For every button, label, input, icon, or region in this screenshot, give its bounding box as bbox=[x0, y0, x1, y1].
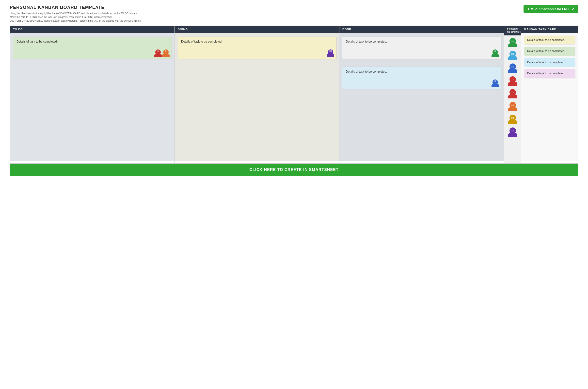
todo-label: TO DO bbox=[13, 28, 23, 31]
person-1-label: XX bbox=[511, 40, 514, 42]
person-6-label: XX bbox=[511, 104, 514, 106]
done-card-2[interactable]: Details of task to be completed. XX bbox=[342, 67, 501, 89]
kcard-4-text: Details of task to be completed. bbox=[527, 72, 565, 75]
doing-body: Details of task to be completed. XX bbox=[175, 33, 339, 161]
kcard-1-text: Details of task to be completed. bbox=[527, 38, 565, 41]
person-8-head: XX bbox=[510, 128, 516, 134]
kcard-1[interactable]: Details of task to be completed. bbox=[524, 36, 575, 44]
person-responsible-header: PERSON RESPONSIBLE bbox=[504, 26, 521, 35]
done-card-2-avatars: XX bbox=[491, 79, 499, 87]
kanban-col-body: Details of task to be completed. Details… bbox=[521, 33, 578, 161]
avatar-label-green-done: XX bbox=[492, 50, 498, 52]
person-6-head: XX bbox=[510, 102, 516, 108]
done-label: DONE bbox=[342, 28, 351, 31]
doing-label: DOING bbox=[178, 28, 188, 31]
person-8-label: XX bbox=[511, 130, 514, 132]
subtitle-line2: Move the card to DOING once the task is … bbox=[10, 15, 141, 19]
smartsheet-brand: smartsheet bbox=[539, 7, 556, 11]
done-card-2-text: Details of task to be completed. bbox=[346, 70, 387, 73]
person-4-label: XX bbox=[511, 79, 514, 80]
smartsheet-try-button[interactable]: TRY ✓ smartsheet for FREE ↗ bbox=[523, 5, 578, 13]
todo-body: Details of task to be completed. XX XX bbox=[10, 33, 174, 161]
person-responsible-body: XX XX XX bbox=[504, 35, 521, 163]
avatar-head-green-done: XX bbox=[492, 49, 498, 55]
doing-header: DOING bbox=[175, 26, 339, 33]
kanban-task-card-label: KANBAN TASK CARD bbox=[524, 28, 556, 31]
person-5-head: XX bbox=[510, 89, 516, 96]
todo-card-1-avatars: XX XX bbox=[154, 49, 170, 57]
person-2-label: XX bbox=[511, 53, 514, 55]
person-5-label: XX bbox=[511, 92, 514, 93]
todo-card-1-text: Details of task to be completed. bbox=[16, 40, 58, 43]
person-6: XX bbox=[508, 102, 517, 111]
person-3-label: XX bbox=[511, 66, 514, 68]
person-2: XX bbox=[508, 51, 517, 60]
page-header: PERSONAL KANBAN BOARD TEMPLATE Using the… bbox=[10, 5, 578, 23]
columns-row: TO DO Details of task to be completed. X… bbox=[10, 26, 578, 163]
board-wrapper: TO DO Details of task to be completed. X… bbox=[10, 26, 578, 164]
person-4-head: XX bbox=[510, 76, 516, 83]
subtitle-line1: Using the blank tools to the right, fill… bbox=[10, 12, 141, 15]
done-header: DONE bbox=[339, 26, 504, 33]
done-card-1[interactable]: Details of task to be completed. XX bbox=[342, 37, 501, 59]
avatar-green-done: XX bbox=[491, 49, 499, 57]
todo-card-1[interactable]: Details of task to be completed. XX XX bbox=[13, 37, 171, 59]
kcard-3[interactable]: Details of task to be completed. bbox=[524, 58, 575, 67]
kanban-task-card-header: KANBAN TASK CARD bbox=[521, 26, 578, 33]
avatar-blue-done: XX bbox=[491, 79, 499, 87]
page-title: PERSONAL KANBAN BOARD TEMPLATE bbox=[10, 5, 141, 10]
person-8: XX bbox=[508, 128, 517, 137]
person-5: XX bbox=[508, 89, 517, 98]
person-3-head: XX bbox=[510, 64, 516, 70]
person-7-head: XX bbox=[510, 115, 516, 121]
person-7-label: XX bbox=[511, 117, 514, 119]
person-1-head: XX bbox=[510, 38, 516, 44]
avatar-red: XX bbox=[154, 49, 162, 57]
kanban-task-card-column: KANBAN TASK CARD Details of task to be c… bbox=[521, 26, 578, 163]
done-body: Details of task to be completed. XX Deta… bbox=[339, 33, 504, 161]
kcard-4[interactable]: Details of task to be completed. bbox=[524, 69, 575, 78]
avatar-label-blue-done: XX bbox=[492, 80, 498, 82]
cta-label: CLICK HERE TO CREATE IN SMARTSHEET bbox=[249, 167, 338, 172]
cta-container: CLICK HERE TO CREATE IN SMARTSHEET bbox=[10, 164, 578, 176]
todo-header: TO DO bbox=[10, 26, 174, 33]
avatar-head-red: XX bbox=[155, 49, 161, 55]
done-column: DONE Details of task to be completed. XX bbox=[339, 26, 504, 163]
doing-card-1-avatars: XX bbox=[327, 49, 334, 57]
avatar-label-red: XX bbox=[155, 50, 161, 52]
try-text: TRY bbox=[527, 7, 534, 11]
person-3: XX bbox=[508, 64, 517, 73]
doing-column: DOING Details of task to be completed. X… bbox=[175, 26, 339, 163]
avatar-head-blue-done: XX bbox=[492, 79, 498, 85]
avatar-label-purple: XX bbox=[328, 50, 333, 52]
title-block: PERSONAL KANBAN BOARD TEMPLATE Using the… bbox=[10, 5, 141, 23]
done-card-1-text: Details of task to be completed. bbox=[346, 40, 387, 43]
person-7: XX bbox=[508, 115, 517, 124]
person-2-head: XX bbox=[510, 51, 516, 57]
subtitle: Using the blank tools to the right, fill… bbox=[10, 12, 141, 23]
avatar-purple: XX bbox=[327, 49, 334, 57]
avatar-orange: XX bbox=[162, 49, 170, 57]
avatar-head-orange: XX bbox=[163, 49, 169, 55]
check-icon: ✓ bbox=[535, 7, 538, 11]
kcard-2-text: Details of task to be completed. bbox=[527, 49, 565, 52]
cursor-icon: ↗ bbox=[572, 7, 574, 11]
doing-card-1-text: Details of task to be completed. bbox=[181, 40, 222, 43]
kcard-2[interactable]: Details of task to be completed. bbox=[524, 47, 575, 55]
avatar-label-orange: XX bbox=[163, 50, 169, 52]
person-responsible-column: PERSON RESPONSIBLE XX XX bbox=[504, 26, 521, 163]
subtitle-line3: Use PERSON RESPONSIBLE icons to assign t… bbox=[10, 19, 141, 23]
person-1: XX bbox=[508, 38, 517, 47]
todo-column: TO DO Details of task to be completed. X… bbox=[10, 26, 175, 163]
cta-button[interactable]: CLICK HERE TO CREATE IN SMARTSHEET bbox=[10, 164, 578, 176]
person-4: XX bbox=[508, 76, 517, 86]
doing-card-1[interactable]: Details of task to be completed. XX bbox=[178, 37, 336, 59]
done-card-1-avatars: XX bbox=[491, 49, 499, 57]
free-text: for FREE bbox=[557, 7, 571, 11]
kcard-3-text: Details of task to be completed. bbox=[527, 61, 565, 64]
avatar-head-purple: XX bbox=[328, 49, 333, 55]
